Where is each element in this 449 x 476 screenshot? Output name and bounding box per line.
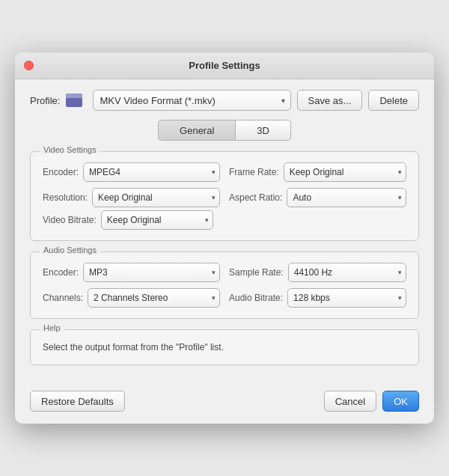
frame-rate-select[interactable]: Keep Original 24 30	[284, 162, 406, 182]
footer: Restore Defaults Cancel OK	[15, 391, 434, 424]
video-bitrate-row: Video Bitrate: Keep Original 1000 kbps 2…	[43, 210, 406, 230]
sample-rate-select-wrapper: 44100 Hz 22050 Hz 48000 Hz ▾	[288, 263, 406, 282]
audio-settings-grid: Encoder: MP3 AAC OGG ▾ Sample Rate:	[43, 263, 406, 308]
mkv-format-icon	[66, 94, 82, 107]
resolution-select-wrapper: Keep Original 1920x1080 1280x720 ▾	[92, 188, 220, 207]
tab-general[interactable]: General	[158, 120, 236, 141]
profile-label: Profile:	[30, 95, 60, 106]
restore-defaults-button[interactable]: Restore Defaults	[30, 391, 125, 412]
audio-encoder-row: Encoder: MP3 AAC OGG ▾	[43, 263, 220, 282]
audio-settings-title: Audio Settings	[40, 245, 100, 254]
encoder-select[interactable]: MPEG4 H.264 H.265	[83, 162, 220, 182]
audio-bitrate-label: Audio Bitrate:	[229, 293, 283, 303]
channels-select-wrapper: 2 Channels Stereo 1 Channel Mono 5.1 Sur…	[88, 288, 220, 308]
audio-encoder-select[interactable]: MP3 AAC OGG	[83, 263, 220, 282]
footer-right: Cancel OK	[324, 391, 419, 412]
sample-rate-label: Sample Rate:	[229, 267, 284, 278]
ok-button[interactable]: OK	[382, 391, 419, 412]
content-area: Profile: MKV Video Format (*.mkv) MP4 Vi…	[15, 79, 434, 391]
audio-bitrate-select[interactable]: 128 kbps 192 kbps 256 kbps	[287, 288, 406, 308]
frame-rate-row: Frame Rate: Keep Original 24 30 ▾	[229, 162, 406, 182]
save-as-button[interactable]: Save as...	[297, 90, 363, 111]
sample-rate-select[interactable]: 44100 Hz 22050 Hz 48000 Hz	[288, 263, 406, 282]
aspect-ratio-label: Aspect Ratio:	[229, 192, 282, 203]
encoder-label: Encoder:	[43, 167, 79, 177]
video-settings-section: Video Settings Encoder: MPEG4 H.264 H.26…	[30, 151, 419, 241]
sample-rate-row: Sample Rate: 44100 Hz 22050 Hz 48000 Hz …	[229, 263, 406, 282]
help-text: Select the output format from the "Profi…	[43, 341, 406, 354]
resolution-select[interactable]: Keep Original 1920x1080 1280x720	[92, 188, 220, 207]
help-section-title: Help	[40, 323, 64, 332]
audio-encoder-label: Encoder:	[43, 267, 79, 278]
encoder-select-wrapper: MPEG4 H.264 H.265 ▾	[83, 162, 220, 182]
video-settings-title: Video Settings	[40, 145, 100, 154]
audio-settings-section: Audio Settings Encoder: MP3 AAC OGG ▾	[30, 251, 419, 319]
aspect-ratio-select[interactable]: Auto 16:9 4:3	[287, 188, 406, 207]
window-title: Profile Settings	[189, 60, 260, 71]
video-settings-grid: Encoder: MPEG4 H.264 H.265 ▾ Frame Rate:	[43, 162, 406, 207]
video-bitrate-select-wrapper: Keep Original 1000 kbps 2000 kbps ▾	[101, 210, 213, 230]
frame-rate-label: Frame Rate:	[229, 167, 279, 177]
channels-select[interactable]: 2 Channels Stereo 1 Channel Mono 5.1 Sur…	[88, 288, 220, 308]
video-bitrate-label: Video Bitrate:	[43, 215, 97, 225]
delete-button[interactable]: Delete	[368, 90, 419, 111]
resolution-label: Resolution:	[43, 192, 88, 203]
profile-row: Profile: MKV Video Format (*.mkv) MP4 Vi…	[30, 90, 419, 111]
encoder-row: Encoder: MPEG4 H.264 H.265 ▾	[43, 162, 220, 182]
channels-label: Channels:	[43, 293, 83, 303]
audio-bitrate-select-wrapper: 128 kbps 192 kbps 256 kbps ▾	[287, 288, 406, 308]
frame-rate-select-wrapper: Keep Original 24 30 ▾	[284, 162, 406, 182]
tab-3d[interactable]: 3D	[236, 120, 291, 141]
close-button[interactable]	[24, 61, 34, 70]
audio-bitrate-row: Audio Bitrate: 128 kbps 192 kbps 256 kbp…	[229, 288, 406, 308]
resolution-row: Resolution: Keep Original 1920x1080 1280…	[43, 188, 220, 207]
profile-settings-window: Profile Settings Profile: MKV Video Form…	[15, 52, 434, 424]
aspect-ratio-select-wrapper: Auto 16:9 4:3 ▾	[287, 188, 406, 207]
titlebar: Profile Settings	[15, 52, 434, 79]
profile-select[interactable]: MKV Video Format (*.mkv) MP4 Video Forma…	[93, 90, 290, 111]
tabs-row: General 3D	[30, 120, 419, 141]
channels-row: Channels: 2 Channels Stereo 1 Channel Mo…	[43, 288, 220, 308]
profile-select-wrapper: MKV Video Format (*.mkv) MP4 Video Forma…	[93, 90, 290, 111]
video-bitrate-select[interactable]: Keep Original 1000 kbps 2000 kbps	[101, 210, 213, 230]
aspect-ratio-row: Aspect Ratio: Auto 16:9 4:3 ▾	[229, 188, 406, 207]
help-section: Help Select the output format from the "…	[30, 329, 419, 365]
audio-encoder-select-wrapper: MP3 AAC OGG ▾	[83, 263, 220, 282]
cancel-button[interactable]: Cancel	[324, 391, 376, 412]
